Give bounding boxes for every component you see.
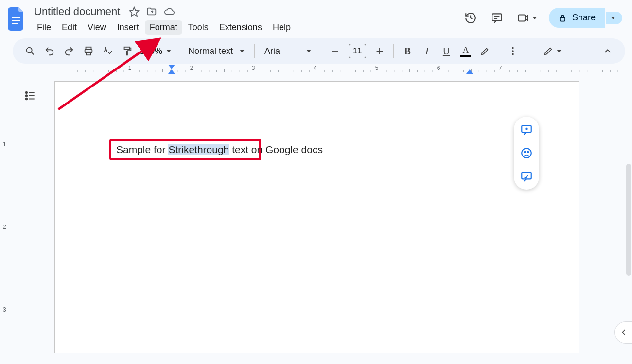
svg-rect-2 — [12, 23, 18, 24]
collapse-toolbar-icon[interactable] — [599, 42, 616, 60]
vertical-scrollbar[interactable] — [626, 164, 631, 276]
separator — [499, 44, 499, 58]
move-icon[interactable] — [146, 6, 157, 17]
font-size-input[interactable] — [349, 44, 366, 58]
comment-dock — [514, 117, 539, 190]
svg-point-79 — [26, 98, 27, 100]
svg-rect-5 — [560, 17, 565, 21]
ruler-number: 6 — [437, 65, 440, 71]
annotation-red-box: Sample for Strikethrough text on Google … — [109, 139, 261, 160]
side-panel-toggle[interactable] — [614, 321, 632, 344]
caret-down-icon — [166, 50, 171, 52]
toolbar: 100% Normal text Arial B I U A — [13, 38, 625, 64]
vertical-ruler[interactable]: 123 — [0, 76, 12, 348]
meet-button[interactable] — [516, 11, 537, 25]
font-family-value: Arial — [264, 46, 282, 56]
document-text[interactable]: Sample for Strikethrough text on Google … — [116, 144, 323, 156]
paragraph-style-value: Normal text — [188, 46, 233, 56]
text-selected: Strikethrough — [168, 144, 229, 155]
ruler-ticks — [54, 65, 622, 74]
left-indent-marker[interactable] — [168, 69, 175, 74]
document-outline-button[interactable] — [19, 85, 41, 106]
comments-icon[interactable] — [490, 11, 504, 25]
menu-insert[interactable]: Insert — [112, 20, 144, 35]
separator — [321, 44, 321, 58]
svg-point-12 — [512, 50, 514, 52]
cloud-status-icon[interactable] — [164, 6, 175, 17]
menu-tools[interactable]: Tools — [183, 20, 213, 35]
first-line-indent-marker[interactable] — [168, 65, 175, 69]
share-button[interactable]: Share — [549, 8, 605, 28]
ruler-number: 2 — [190, 65, 193, 71]
increase-font-size-button[interactable] — [371, 42, 388, 60]
paint-format-icon[interactable] — [119, 42, 136, 60]
menu-format[interactable]: Format — [145, 20, 182, 35]
underline-button[interactable]: U — [438, 42, 455, 60]
vruler-number: 1 — [3, 141, 6, 148]
svg-point-6 — [27, 48, 32, 53]
menu-edit[interactable]: Edit — [57, 20, 82, 35]
menu-extensions[interactable]: Extensions — [214, 20, 267, 35]
text-color-glyph: A — [463, 46, 469, 54]
share-dropdown[interactable] — [606, 12, 622, 24]
horizontal-ruler[interactable]: 1234567 — [15, 65, 632, 76]
vruler-number: 3 — [3, 306, 6, 313]
ruler-number: 4 — [314, 65, 317, 71]
svg-point-83 — [527, 152, 528, 153]
caret-down-icon — [532, 17, 537, 19]
menu-bar: File Edit View Insert Format Tools Exten… — [32, 20, 296, 35]
search-icon[interactable] — [21, 42, 39, 60]
text-color-button[interactable]: A — [457, 42, 474, 60]
svg-rect-0 — [12, 17, 20, 18]
star-icon[interactable] — [129, 6, 140, 17]
caret-down-icon — [557, 50, 562, 52]
emoji-reaction-icon[interactable] — [519, 146, 534, 160]
italic-button[interactable]: I — [418, 42, 436, 60]
svg-point-11 — [512, 47, 514, 49]
svg-point-82 — [525, 152, 526, 153]
undo-icon[interactable] — [41, 42, 58, 60]
share-label: Share — [572, 13, 596, 23]
separator — [254, 44, 255, 58]
zoom-value: 100% — [140, 46, 162, 56]
menu-file[interactable]: File — [32, 20, 56, 35]
caret-down-icon — [240, 50, 245, 52]
docs-logo[interactable] — [7, 6, 26, 32]
svg-point-81 — [522, 148, 531, 158]
video-icon — [516, 11, 530, 25]
print-icon[interactable] — [80, 42, 97, 60]
svg-rect-1 — [12, 20, 20, 21]
menu-help[interactable]: Help — [268, 20, 296, 35]
separator — [393, 44, 394, 58]
separator — [178, 44, 178, 58]
menu-view[interactable]: View — [83, 20, 111, 35]
editing-mode-dropdown[interactable] — [543, 46, 562, 56]
redo-icon[interactable] — [60, 42, 78, 60]
svg-point-13 — [512, 53, 514, 55]
spellcheck-icon[interactable] — [99, 42, 117, 60]
ruler-number: 1 — [128, 65, 132, 71]
svg-rect-84 — [522, 172, 531, 179]
svg-rect-4 — [518, 15, 525, 21]
document-title[interactable]: Untitled document — [32, 5, 122, 18]
ruler-number: 7 — [499, 65, 502, 71]
svg-rect-10 — [124, 47, 130, 50]
bold-button[interactable]: B — [399, 42, 416, 60]
font-family-dropdown[interactable]: Arial — [260, 46, 316, 56]
svg-point-77 — [26, 92, 27, 93]
decrease-font-size-button[interactable] — [326, 42, 344, 60]
caret-down-icon — [611, 17, 615, 19]
highlight-color-button[interactable] — [476, 42, 494, 60]
suggest-edits-icon[interactable] — [519, 169, 534, 184]
paragraph-style-dropdown[interactable]: Normal text — [183, 46, 249, 56]
history-icon[interactable] — [463, 11, 478, 25]
ruler-number: 5 — [375, 65, 379, 71]
ruler-number: 3 — [252, 65, 255, 71]
more-icon[interactable] — [504, 42, 522, 60]
document-page[interactable]: Sample for Strikethrough text on Google … — [54, 81, 579, 353]
svg-rect-3 — [492, 14, 502, 20]
add-comment-icon[interactable] — [519, 122, 534, 137]
right-indent-marker[interactable] — [466, 69, 473, 74]
zoom-dropdown[interactable]: 100% — [138, 46, 173, 56]
text-before: Sample for — [116, 144, 168, 155]
